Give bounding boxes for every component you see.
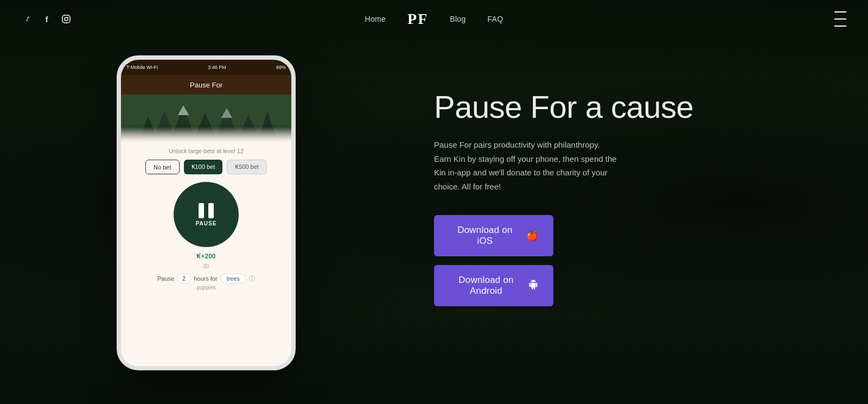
pause-bar-right (208, 203, 214, 218)
kin500-bet-button[interactable]: ₭500 bet (227, 160, 267, 174)
status-right: 69% (276, 65, 286, 70)
nav-home[interactable]: Home (365, 15, 386, 23)
apple-icon: 🍎 (526, 230, 538, 242)
app-title-text: Pause For (190, 81, 222, 89)
hours-for-text: hours for (194, 275, 217, 282)
status-content: T-Mobile Wi-Fi 3:46 PM 69% (121, 65, 291, 70)
hero-section: Pause For a cause Pause For pairs produc… (412, 89, 868, 315)
timer-text: 00 (203, 263, 209, 269)
phone-inner-content: Unlock large bets at level 12 No bet ₭10… (121, 143, 291, 366)
app-title-bar: Pause For (121, 75, 291, 94)
main-content: T-Mobile Wi-Fi 3:46 PM 69% Pause For (0, 0, 868, 404)
pause-bar-left (199, 203, 204, 218)
hero-description: Pause For pairs productivity with philan… (434, 138, 618, 193)
kin100-bet-button[interactable]: ₭100 bet (184, 160, 223, 174)
kin-reward-text: ₭+200 (196, 252, 215, 260)
svg-point-1 (65, 17, 68, 21)
hamburger-menu[interactable] (834, 10, 846, 28)
svg-point-2 (68, 17, 69, 18)
hero-title: Pause For a cause (434, 89, 825, 125)
hours-badge[interactable]: 2 (177, 274, 190, 283)
social-links: 𝑡 f (22, 14, 72, 24)
pause-bars-icon (199, 203, 214, 218)
phone-status-bar: T-Mobile Wi-Fi 3:46 PM 69% (121, 60, 291, 75)
status-time: 3:46 PM (208, 65, 226, 70)
info-icon[interactable]: ⓘ (249, 275, 255, 283)
nav-right (834, 10, 846, 28)
svg-rect-13 (121, 94, 291, 143)
android-button-label: Download on Android (449, 275, 523, 296)
navigation: 𝑡 f Home PF Blog FAQ (0, 0, 868, 38)
phone-mockup: T-Mobile Wi-Fi 3:46 PM 69% Pause For (117, 55, 296, 370)
twitter-icon[interactable]: 𝑡 (22, 14, 33, 24)
instagram-icon[interactable] (61, 14, 72, 24)
charity-badge[interactable]: trees (221, 274, 246, 283)
android-icon (528, 280, 538, 292)
pause-row: Pause 2 hours for trees ⓘ (157, 274, 255, 283)
charity-subtext: puppies (196, 285, 215, 291)
pause-button[interactable]: PAUSE (174, 182, 239, 247)
unlock-text: Unlock large bets at level 12 (169, 148, 244, 154)
facebook-icon[interactable]: f (41, 14, 52, 24)
status-left: T-Mobile Wi-Fi (126, 65, 158, 70)
no-bet-button[interactable]: No bet (145, 160, 179, 174)
pause-label-text: PAUSE (196, 220, 217, 226)
android-download-button[interactable]: Download on Android (434, 265, 553, 306)
phone-section: T-Mobile Wi-Fi 3:46 PM 69% Pause For (0, 34, 412, 370)
svg-rect-0 (62, 15, 70, 23)
nav-faq[interactable]: FAQ (488, 15, 503, 23)
ios-button-label: Download on iOS (449, 225, 521, 247)
ios-download-button[interactable]: Download on iOS 🍎 (434, 215, 553, 256)
nav-center: Home PF Blog FAQ (365, 10, 503, 28)
phone-forest-image (121, 94, 291, 143)
nav-logo: PF (407, 10, 428, 28)
nav-blog[interactable]: Blog (450, 15, 465, 23)
pause-prefix: Pause (157, 275, 174, 282)
bet-buttons-row: No bet ₭100 bet ₭500 bet (145, 160, 267, 174)
